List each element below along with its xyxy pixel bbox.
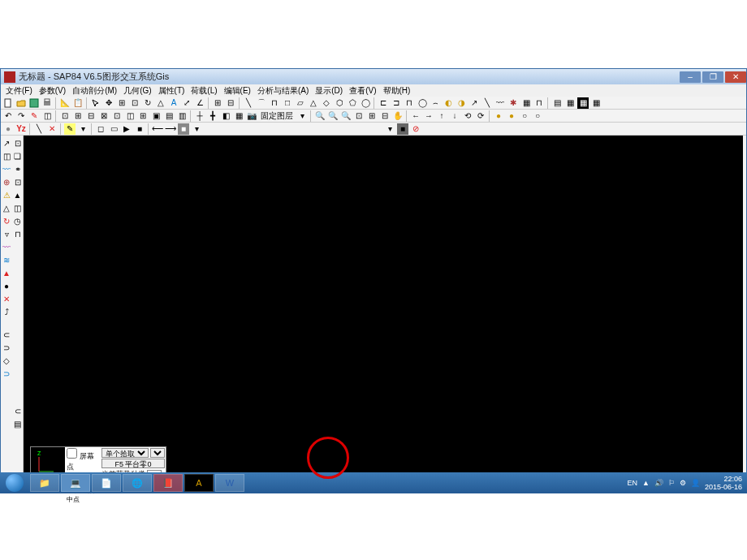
tool-icon[interactable]: ▤	[551, 97, 563, 109]
tool-icon[interactable]: ↗	[468, 97, 480, 109]
tool-icon[interactable]: ❏	[12, 150, 24, 162]
menu-file[interactable]: 文件(F)	[2, 85, 36, 97]
tool-icon[interactable]: ⊟	[379, 110, 391, 122]
tool-icon[interactable]: ╲	[33, 123, 45, 135]
link-icon[interactable]: ⚭	[12, 163, 24, 174]
undo-icon[interactable]: ↶	[2, 110, 14, 122]
clock[interactable]: 22:06 2015-06-16	[705, 475, 742, 491]
tool-icon[interactable]: ▦	[577, 97, 589, 109]
tool-icon[interactable]: ○	[519, 110, 530, 122]
tool-icon[interactable]: ▤	[12, 418, 24, 429]
tool-icon[interactable]: □	[282, 97, 293, 109]
zoom-icon[interactable]: 🔍	[314, 110, 326, 122]
tool-icon[interactable]: ⟶	[165, 123, 176, 135]
pick-mode-select[interactable]: 单个拾取	[101, 448, 149, 458]
tool-icon[interactable]: ⊞	[72, 110, 84, 122]
tool-icon[interactable]: ⊐	[391, 97, 402, 109]
arc-icon[interactable]: ⌢	[430, 97, 441, 109]
dropdown-icon[interactable]: ▾	[384, 123, 395, 135]
tool-icon[interactable]: ╲	[481, 97, 493, 109]
lang-indicator[interactable]: EN	[628, 479, 638, 487]
taskbar-browser[interactable]: 🌐	[123, 474, 152, 492]
tool-icon[interactable]: 📐	[59, 97, 71, 109]
tray-icon[interactable]: ⚙	[680, 479, 686, 487]
tool-icon[interactable]: ┼	[194, 110, 205, 122]
rotate-icon[interactable]: ↻	[142, 97, 153, 109]
new-icon[interactable]	[2, 97, 14, 109]
taskbar-pdf[interactable]: 📕	[153, 474, 183, 492]
tool-icon[interactable]: ⊂	[12, 405, 24, 416]
arrow-left-icon[interactable]: ←	[410, 110, 421, 122]
tool-icon[interactable]: ⊟	[85, 110, 97, 122]
drawing-canvas[interactable]	[24, 136, 743, 475]
tool-icon[interactable]: ◧	[220, 110, 231, 122]
text-icon[interactable]: A	[168, 97, 179, 109]
menu-view[interactable]: 查看(V)	[346, 85, 379, 97]
maximize-button[interactable]: ❐	[702, 71, 723, 83]
tool-icon[interactable]: ↗	[1, 137, 12, 149]
tool-icon[interactable]: ●	[1, 280, 12, 291]
tool-icon[interactable]: ▿	[1, 228, 12, 239]
tool-icon[interactable]: ⊂	[1, 329, 12, 340]
tray-icon[interactable]: 👤	[691, 479, 700, 487]
menu-attr[interactable]: 属性(T)	[155, 85, 188, 97]
tool-icon[interactable]: △	[308, 97, 319, 109]
zoom-in-icon[interactable]: 🔍	[327, 110, 339, 122]
clock-icon[interactable]: ◷	[12, 215, 24, 226]
tool-icon[interactable]: 📋	[72, 97, 84, 109]
tool-icon[interactable]: 〰	[1, 241, 12, 252]
tool-icon[interactable]: ▲	[1, 267, 12, 278]
redo-icon[interactable]: ↷	[15, 110, 27, 122]
zoom-fit-icon[interactable]: ⊡	[353, 110, 365, 122]
tool-icon[interactable]: ■	[178, 123, 189, 135]
screen-point-checkbox[interactable]: 屏幕点	[67, 448, 99, 472]
tool-icon[interactable]: ◫	[1, 150, 12, 162]
warn-icon[interactable]: ⚠	[1, 189, 12, 200]
tool-icon[interactable]: Yz	[15, 123, 27, 135]
menu-edit[interactable]: 编辑(E)	[221, 85, 254, 97]
camera-icon[interactable]: 📷	[246, 110, 257, 122]
tool-icon[interactable]: ⊡	[12, 176, 24, 187]
tray-icon[interactable]: ⚐	[668, 479, 675, 487]
tool-icon[interactable]: ⊡	[129, 97, 140, 109]
taskbar-sap84[interactable]: A	[184, 474, 214, 492]
taskbar-item[interactable]: 💻	[61, 474, 90, 492]
tool-icon[interactable]: ○	[532, 110, 543, 122]
tool-icon[interactable]: ✱	[507, 97, 519, 109]
tool-icon[interactable]: ∠	[194, 97, 205, 109]
tool-icon[interactable]: 〰	[1, 163, 12, 174]
tool-icon[interactable]: ▦	[564, 97, 576, 109]
tool-icon[interactable]: ◯	[360, 97, 371, 109]
menu-autodiv[interactable]: 自动剖分(M)	[69, 85, 120, 97]
taskbar-explorer[interactable]: 📁	[30, 474, 59, 492]
tool-icon[interactable]: ▲	[12, 189, 24, 200]
tool-icon[interactable]: ╋	[207, 110, 218, 122]
tool-icon[interactable]: ▦	[233, 110, 244, 122]
menu-load[interactable]: 荷载(L)	[188, 85, 220, 97]
tool-icon[interactable]: ◑	[456, 97, 467, 109]
open-icon[interactable]	[15, 97, 27, 109]
tool-icon[interactable]: ◐	[443, 97, 454, 109]
select-icon[interactable]	[90, 97, 101, 109]
tool-icon[interactable]: ▣	[150, 110, 162, 122]
tool-icon[interactable]: ⊞	[366, 110, 378, 122]
tool-icon[interactable]: ✎	[28, 110, 40, 122]
tool-icon[interactable]: △	[155, 97, 166, 109]
play-icon[interactable]: ▶	[121, 123, 132, 135]
tool-icon[interactable]: ⬠	[347, 97, 358, 109]
tool-icon[interactable]: ⊓	[269, 97, 280, 109]
minimize-button[interactable]: –	[680, 71, 701, 83]
menu-display[interactable]: 显示(D)	[312, 85, 346, 97]
print-icon[interactable]	[41, 97, 53, 109]
delete-icon[interactable]: ✕	[1, 293, 12, 304]
tool-icon[interactable]: ⊡	[111, 110, 123, 122]
tool-icon[interactable]: ◫	[12, 202, 24, 213]
tool-icon[interactable]: ↻	[1, 215, 12, 226]
tool-icon[interactable]: ⊞	[212, 97, 223, 109]
tool-icon[interactable]: ⊓	[12, 228, 24, 239]
arrow-up-icon[interactable]: ↑	[436, 110, 447, 122]
circle-icon[interactable]: ◯	[417, 97, 428, 109]
menu-help[interactable]: 帮助(H)	[380, 85, 414, 97]
f5-button[interactable]: F5 平台零0	[101, 459, 165, 468]
menu-analysis[interactable]: 分析与结果(A)	[254, 85, 312, 97]
